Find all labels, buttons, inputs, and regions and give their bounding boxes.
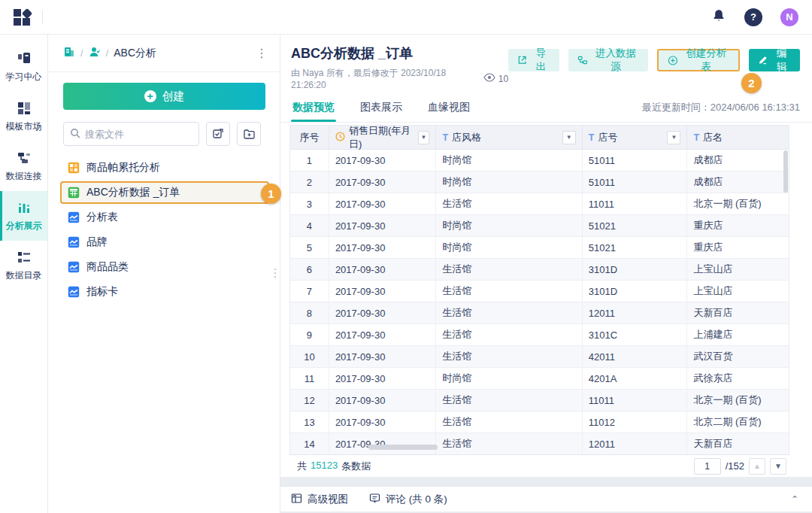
bottom-dock: 高级视图 评论 (共 0 条) ⌃ [280, 486, 812, 511]
collapse-dock-icon[interactable]: ⌃ [791, 494, 798, 505]
table-file-icon [68, 187, 80, 199]
table-body: 12017-09-30时尚馆51011成都店22017-09-30时尚馆5101… [290, 150, 789, 455]
tab-bar: 数据预览 图表展示 血缘视图 最近更新时间：2024/06/06 16:13:3… [280, 101, 812, 123]
table-row[interactable]: 32017-09-30生活馆11011北京一期 (百货) [290, 193, 789, 215]
breadcrumb-current[interactable]: ABC分析 [114, 47, 156, 60]
sidebar-item-data-catalog[interactable]: 数据目录 [0, 241, 47, 290]
notification-bell-icon[interactable] [711, 8, 726, 26]
owner-meta: 由 Naya 所有，最后修改于 2023/10/18 21:26:20 [291, 67, 473, 90]
table-row[interactable]: 62017-09-30生活馆3101D上宝山店 [290, 259, 789, 281]
sidebar-item-label: 学习中心 [6, 71, 42, 83]
panel-resize-handle[interactable]: ... [274, 265, 277, 276]
table-row[interactable]: 72017-09-30生活馆3101D上宝山店 [290, 281, 789, 302]
table-horizontal-scrollbar[interactable] [368, 445, 438, 450]
table-cell: 时尚馆 [436, 237, 582, 258]
table-row[interactable]: 52017-09-30时尚馆51021重庆店 [290, 237, 789, 259]
table-cell: 生活馆 [436, 281, 582, 302]
view-count: 10 [498, 74, 508, 84]
create-analysis-table-button[interactable]: 创建分析表 [657, 49, 740, 71]
learning-center-icon [17, 51, 32, 66]
comments-button[interactable]: 评论 (共 0 条) [369, 493, 447, 506]
table-cell: 生活馆 [436, 433, 582, 454]
table-cell: 生活馆 [436, 193, 582, 214]
table-cell: 14 [290, 433, 329, 454]
table-cell: 时尚馆 [436, 150, 582, 171]
file-item-pareto[interactable]: 商品帕累托分析 [60, 156, 269, 179]
table-cell: 2017-09-30 [329, 193, 437, 214]
table-cell: 42011 [583, 346, 688, 367]
user-avatar[interactable]: N [780, 8, 798, 26]
total-suffix: 条数据 [341, 460, 371, 473]
file-name: ABC分析数据 _订单 [86, 186, 180, 199]
table-cell: 2017-09-30 [329, 411, 437, 433]
sidebar-item-data-connection[interactable]: 数据连接 [0, 141, 47, 191]
export-button[interactable]: 导出 [508, 49, 559, 71]
comment-icon [369, 493, 380, 506]
table-row[interactable]: 142017-09-30生活馆12011天新百店 [290, 433, 789, 455]
column-filter-dropdown[interactable]: ▼ [667, 131, 680, 144]
table-row[interactable]: 92017-09-30生活馆3101C上浦建店 [290, 324, 789, 346]
column-filter-dropdown[interactable]: ▼ [418, 131, 430, 144]
table-cell: 12 [290, 390, 329, 411]
edit-button[interactable]: 编辑 [749, 49, 800, 71]
table-row[interactable]: 102017-09-30生活馆42011武汉百货 [290, 346, 789, 368]
batch-select-button[interactable] [206, 122, 230, 146]
table-cell: 上浦建店 [687, 324, 789, 345]
table-row[interactable]: 132017-09-30生活馆11012北京二期 (百货) [290, 411, 789, 433]
sidebar-item-learning-center[interactable]: 学习中心 [0, 42, 47, 92]
column-header-store-number: T 店号 ▼ [583, 126, 688, 149]
table-cell: 4 [290, 215, 329, 236]
search-input[interactable] [85, 129, 183, 140]
table-cell: 3101D [583, 281, 688, 302]
table-row[interactable]: 22017-09-30时尚馆51011成都店 [290, 172, 789, 193]
table-cell: 51011 [583, 150, 688, 171]
advanced-view-button[interactable]: 高级视图 [291, 493, 348, 506]
table-footer: 共 15123 条数据 /152 ▲ ▼ [289, 454, 789, 477]
sidebar-item-template-market[interactable]: 模板市场 [0, 92, 47, 141]
chart-file-icon [68, 286, 80, 298]
new-folder-button[interactable] [237, 122, 261, 146]
previous-page-button[interactable]: ▲ [749, 458, 765, 475]
tab-chart-display[interactable]: 图表展示 [359, 101, 404, 122]
table-cell: 时尚馆 [436, 368, 582, 389]
table-row[interactable]: 12017-09-30时尚馆51011成都店 [290, 150, 789, 172]
table-row[interactable]: 122017-09-30生活馆11011北京一期 (百货) [290, 390, 789, 411]
table-cell: 12011 [583, 433, 688, 454]
file-item-abc-data[interactable]: ABC分析数据 _订单 [60, 181, 269, 204]
plus-icon: + [144, 90, 156, 102]
file-item-analysis-table[interactable]: 分析表 [60, 206, 269, 229]
last-update-time: 最近更新时间：2024/06/06 16:13:31 [642, 101, 800, 122]
table-cell: 4201A [583, 368, 688, 389]
file-item-indicator-card[interactable]: 指标卡 [60, 281, 269, 303]
help-icon[interactable]: ? [744, 8, 762, 26]
tab-lineage-view[interactable]: 血缘视图 [426, 101, 471, 122]
next-page-button[interactable]: ▼ [770, 458, 786, 475]
file-name: 品牌 [86, 235, 108, 249]
table-row[interactable]: 112017-09-30时尚馆4201A武徐东店 [290, 368, 789, 390]
user-folder-icon[interactable] [89, 46, 101, 60]
table-row[interactable]: 82017-09-30生活馆12011天新百店 [290, 302, 789, 324]
sidebar-item-label: 模板市场 [6, 120, 42, 133]
table-cell: 2017-09-30 [329, 172, 437, 193]
file-item-brand[interactable]: 品牌 [60, 231, 269, 253]
page-number-input[interactable] [694, 458, 721, 475]
template-market-icon [17, 101, 32, 116]
file-item-product-category[interactable]: 商品品类 [60, 256, 269, 278]
table-cell: 武汉百货 [687, 346, 789, 367]
enter-datasource-button[interactable]: 进入数据源 [568, 49, 648, 71]
org-root-icon[interactable] [63, 46, 75, 60]
create-button[interactable]: + 创建 [63, 83, 265, 110]
tab-data-preview[interactable]: 数据预览 [291, 101, 336, 122]
breadcrumb-more-icon[interactable]: ⋮ [256, 47, 268, 59]
table-cell: 2017-09-30 [329, 368, 437, 389]
sidebar-item-analysis-display[interactable]: 分析展示 [0, 191, 47, 241]
column-filter-dropdown[interactable]: ▼ [562, 131, 576, 144]
table-cell: 2017-09-30 [329, 346, 437, 367]
table-row[interactable]: 42017-09-30时尚馆51021重庆店 [290, 215, 789, 237]
app-logo-icon[interactable] [14, 8, 32, 26]
table-vertical-scrollbar[interactable] [783, 150, 788, 193]
table-cell: 时尚馆 [436, 215, 582, 236]
page-total: /152 [726, 460, 744, 472]
views-eye-icon [483, 73, 495, 84]
table-cell: 生活馆 [436, 302, 582, 323]
